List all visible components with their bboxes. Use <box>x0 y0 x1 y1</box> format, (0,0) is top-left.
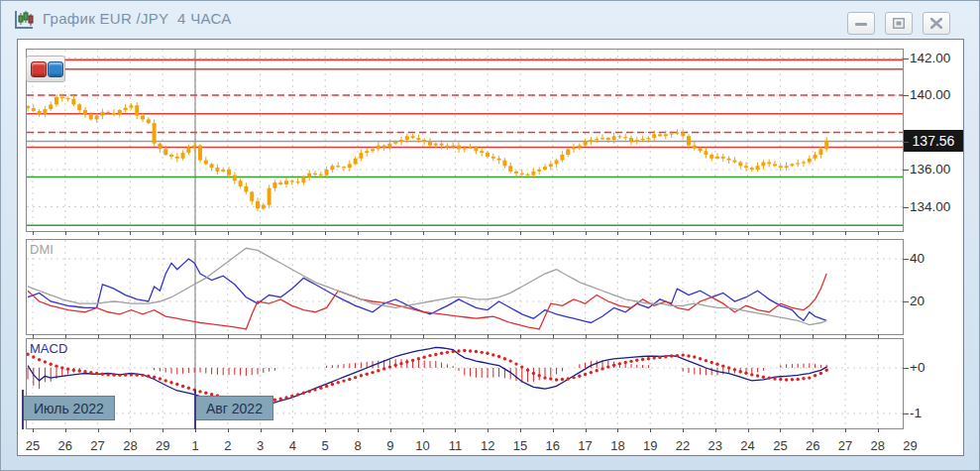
candle-body <box>531 172 535 176</box>
x-axis-label: 16 <box>538 438 568 453</box>
macd-signal-dot <box>469 349 472 352</box>
x-axis-tick <box>33 334 34 338</box>
candle-body <box>301 177 305 183</box>
x-axis-tick <box>520 334 521 338</box>
candle-body <box>60 97 64 98</box>
minimize-button[interactable] <box>847 12 875 35</box>
x-axis-tick <box>617 334 618 338</box>
window-title: График EUR /JPY 4 ЧАСА <box>43 10 232 27</box>
macd-signal-dot <box>802 377 805 380</box>
candle-body <box>652 134 656 138</box>
macd-signal-dot <box>475 350 478 353</box>
x-axis-tick <box>813 231 814 235</box>
x-axis-tick <box>292 334 293 338</box>
candle-body <box>693 146 697 149</box>
macd-signal-dot <box>486 352 489 355</box>
dmi-panel[interactable] <box>26 239 904 335</box>
candle-body <box>808 159 812 163</box>
title-bar[interactable]: График EUR /JPY 4 ЧАСА <box>1 1 979 38</box>
x-axis-label: 24 <box>733 438 763 453</box>
candle-body <box>250 192 254 201</box>
macd-signal-dot <box>797 378 800 381</box>
close-button[interactable] <box>923 12 950 35</box>
candle-body <box>623 137 627 138</box>
macd-signal-dot <box>354 376 357 379</box>
x-axis-label: 5 <box>310 438 340 453</box>
candle-body <box>262 205 266 209</box>
sell-marker-button[interactable] <box>31 61 47 77</box>
macd-signal-dot <box>342 379 345 382</box>
candle-body <box>153 123 157 144</box>
candle-body <box>135 105 139 115</box>
macd-signal-dot <box>497 355 500 358</box>
x-axis-tick <box>130 334 131 338</box>
candle-body <box>612 136 616 140</box>
macd-signal-dot <box>130 373 133 376</box>
x-axis-tick <box>358 428 359 432</box>
candle-body <box>520 174 524 175</box>
month-start-marker <box>22 390 24 429</box>
x-axis-label: 26 <box>51 438 80 453</box>
x-axis-tick <box>228 231 229 235</box>
candle-body <box>761 163 765 167</box>
macd-signal-dot <box>682 353 685 356</box>
candle-body <box>578 146 582 148</box>
macd-signal-dot <box>405 360 408 363</box>
x-axis-tick <box>358 231 359 235</box>
macd-panel[interactable] <box>26 338 904 429</box>
x-axis-label: 23 <box>701 438 730 453</box>
macd-signal-dot <box>606 365 609 368</box>
macd-signal-dot <box>296 393 299 396</box>
x-axis-tick <box>390 428 391 432</box>
candle-body <box>210 164 214 168</box>
x-axis-tick <box>33 428 34 432</box>
macd-signal-dot <box>756 374 759 377</box>
x-axis-label: 29 <box>148 438 177 453</box>
macd-signal-dot <box>520 365 523 368</box>
macd-signal-dot <box>584 373 587 376</box>
x-axis-tick <box>390 231 391 235</box>
candle-body <box>445 146 449 148</box>
macd-signal-dot <box>366 373 369 376</box>
candle-body <box>290 180 294 181</box>
macd-signal-dot <box>159 377 162 380</box>
candle-body <box>83 110 87 115</box>
close-icon <box>930 18 942 29</box>
x-axis-tick <box>748 231 749 235</box>
macd-signal-dot <box>561 378 564 381</box>
x-axis-tick <box>683 231 684 235</box>
macd-signal-dot <box>141 374 144 377</box>
x-axis-tick <box>261 334 262 338</box>
macd-signal-dot <box>555 378 558 381</box>
candle-body <box>681 133 685 137</box>
price-panel[interactable] <box>26 49 904 232</box>
macd-signal-dot <box>653 356 656 359</box>
x-axis-tick <box>748 428 749 432</box>
dmi-axis-label: 20 <box>910 294 925 308</box>
axis-tick <box>903 301 909 302</box>
macd-signal-dot <box>641 358 644 361</box>
x-axis-tick <box>130 428 131 432</box>
restore-button[interactable] <box>885 12 913 35</box>
candle-body <box>158 144 162 150</box>
candle-body <box>560 155 564 161</box>
x-axis-tick <box>650 428 651 432</box>
candle-body <box>814 155 817 159</box>
x-axis-label: 12 <box>473 438 502 453</box>
x-axis-label: 18 <box>602 438 632 453</box>
macd-signal-dot <box>532 372 535 375</box>
x-axis-tick <box>98 334 99 338</box>
buy-marker-button[interactable] <box>48 61 63 77</box>
candle-body <box>124 108 128 110</box>
candle-body <box>595 139 599 140</box>
macd-signal-dot <box>423 355 426 358</box>
candle-body <box>118 110 122 114</box>
x-axis-tick <box>650 231 651 235</box>
macd-signal-dot <box>72 369 75 372</box>
candle-body <box>664 134 668 136</box>
x-axis-tick <box>325 231 326 235</box>
x-axis-label: 19 <box>635 438 665 453</box>
candle-body <box>342 167 346 168</box>
x-axis-tick <box>390 334 391 338</box>
x-axis-tick <box>845 231 846 235</box>
